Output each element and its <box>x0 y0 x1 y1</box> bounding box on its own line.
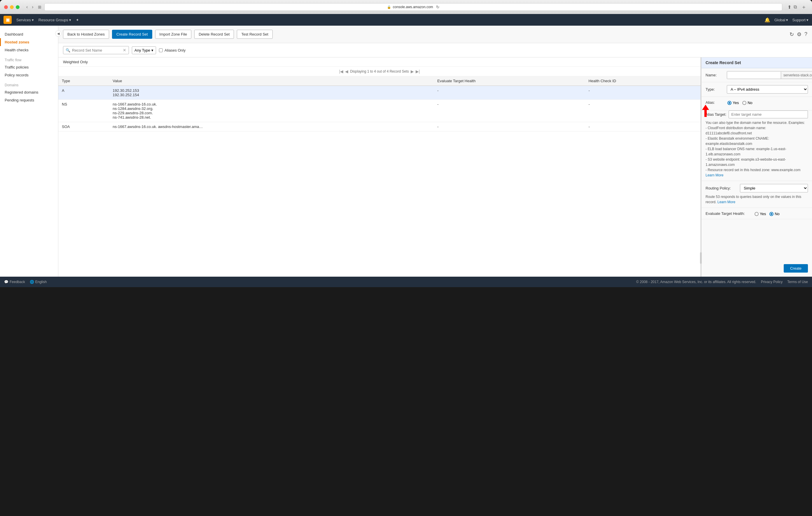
back-nav-button[interactable]: ‹ <box>25 4 29 10</box>
privacy-policy-link[interactable]: Privacy Policy <box>761 280 783 284</box>
language-label[interactable]: English <box>35 280 47 284</box>
search-box[interactable]: 🔍 ✕ <box>63 46 129 54</box>
alias-no-option[interactable]: No <box>742 100 753 105</box>
alias-target-input[interactable] <box>729 111 808 118</box>
address-bar: 🔒 console.aws.amazon.com ↻ <box>44 3 782 11</box>
eth-yes-radio[interactable] <box>755 212 759 216</box>
resize-button[interactable]: ⧉ <box>794 4 797 10</box>
copyright-text: © 2008 - 2017, Amazon Web Services, Inc.… <box>636 280 756 284</box>
name-input[interactable] <box>727 71 781 79</box>
create-button[interactable]: Create <box>784 264 808 273</box>
sidebar-item-health-checks[interactable]: Health checks <box>0 46 58 54</box>
maximize-button[interactable] <box>16 5 20 9</box>
create-record-set-button[interactable]: Create Record Set <box>112 30 152 39</box>
col-header-type: Type <box>58 77 109 86</box>
routing-policy-select[interactable]: Simple <box>740 184 808 192</box>
record-value-a: 192.30.252.153192.30.252.154 <box>109 86 434 100</box>
share-button[interactable]: ⬆ <box>787 4 791 10</box>
services-chevron-icon: ▾ <box>32 18 34 22</box>
browser-window: ‹ › ⊞ 🔒 console.aws.amazon.com ↻ ⬆ ⧉ ＋ ▣… <box>0 0 812 287</box>
name-field-wrapper: serverless-stack.com. <box>727 71 812 79</box>
resource-groups-nav-item[interactable]: Resource Groups ▾ <box>38 18 71 22</box>
content-area: Back to Hosted Zones Create Record Set I… <box>58 26 812 277</box>
sidebar-item-hosted-zones[interactable]: Hosted zones <box>0 38 58 46</box>
services-nav-item[interactable]: Services ▾ <box>16 18 34 22</box>
type-filter-chevron-icon: ▾ <box>151 48 153 53</box>
sidebar: Dashboard Hosted zones Health checks Tra… <box>0 26 58 277</box>
feedback-section: 💬 Feedback <box>4 280 25 284</box>
red-arrow-icon <box>701 103 710 118</box>
form-title: Create Record Set <box>701 57 812 68</box>
tab-toggle-button[interactable]: ⊞ <box>38 5 41 9</box>
record-type-a: A <box>58 86 109 100</box>
delete-record-set-button[interactable]: Delete Record Set <box>194 30 234 39</box>
resource-groups-chevron-icon: ▾ <box>69 18 71 22</box>
refresh-icon[interactable]: ↻ <box>789 31 794 38</box>
feedback-icon: 💬 <box>4 280 8 284</box>
table-row[interactable]: NS ns-1667.awsdns-16.co.uk.ns-1284.awsdn… <box>58 100 701 122</box>
help-icon[interactable]: ? <box>805 31 807 37</box>
alias-help-line-1: - CloudFront distribution domain name: d… <box>705 126 766 135</box>
sidebar-item-registered-domains[interactable]: Registered domains <box>0 88 58 96</box>
support-nav-item[interactable]: Support ▾ <box>792 18 809 22</box>
eth-no-option[interactable]: No <box>770 212 780 216</box>
type-select[interactable]: A – IPv4 address <box>727 85 808 94</box>
sidebar-item-dashboard[interactable]: Dashboard <box>0 30 58 38</box>
type-filter-select[interactable]: Any Type ▾ <box>132 47 156 54</box>
test-record-set-button[interactable]: Test Record Set <box>237 30 273 39</box>
aliases-only-label[interactable]: Aliases Only <box>159 48 185 53</box>
eth-yes-option[interactable]: Yes <box>755 212 766 216</box>
close-button[interactable] <box>4 5 8 9</box>
last-page-button[interactable]: ▶| <box>416 69 420 74</box>
settings-icon[interactable]: ⚙ <box>797 31 802 38</box>
bell-icon[interactable]: 🔔 <box>764 17 770 23</box>
global-nav-item[interactable]: Global ▾ <box>774 18 788 22</box>
record-evaluate-ns: - <box>434 100 585 122</box>
globe-icon: 🌐 <box>30 280 34 284</box>
back-to-hosted-zones-button[interactable]: Back to Hosted Zones <box>63 30 109 39</box>
sidebar-item-pending-requests[interactable]: Pending requests <box>0 96 58 104</box>
main-container: Dashboard Hosted zones Health checks Tra… <box>0 26 812 277</box>
feedback-label[interactable]: Feedback <box>10 280 25 284</box>
forward-nav-button[interactable]: › <box>30 4 35 10</box>
routing-learn-more-link[interactable]: Learn More <box>718 200 735 204</box>
global-chevron-icon: ▾ <box>786 18 788 22</box>
alias-yes-option[interactable]: Yes <box>727 100 739 105</box>
browser-titlebar: ‹ › ⊞ 🔒 console.aws.amazon.com ↻ ⬆ ⧉ ＋ <box>0 0 812 14</box>
sidebar-item-traffic-policies[interactable]: Traffic policies <box>0 63 58 71</box>
toolbar-right: ↻ ⚙ ? <box>789 31 807 38</box>
next-page-button[interactable]: ▶ <box>411 69 414 74</box>
lock-icon: 🔒 <box>387 5 391 9</box>
sidebar-collapse-button[interactable]: ◀ <box>55 30 62 37</box>
alias-target-label-wrapper: Alias Target: <box>705 112 726 117</box>
aliases-only-checkbox[interactable] <box>159 49 163 52</box>
language-section: 🌐 English <box>30 280 47 284</box>
form-spacer <box>701 219 812 260</box>
minimize-button[interactable] <box>10 5 14 9</box>
create-record-set-form: Create Record Set Name: serverless-stack… <box>701 57 812 277</box>
table-row[interactable]: SOA ns-1667.awsdns-16.co.uk. awsdns-host… <box>58 122 701 131</box>
import-zone-file-button[interactable]: Import Zone File <box>155 30 192 39</box>
alias-no-radio[interactable] <box>742 101 746 105</box>
records-header: Weighted Only <box>58 57 701 67</box>
pin-icon[interactable]: ✦ <box>76 18 79 22</box>
search-input[interactable] <box>72 48 121 53</box>
reload-button[interactable]: ↻ <box>436 5 439 9</box>
alias-learn-more-link[interactable]: Learn More <box>705 173 723 177</box>
clear-search-button[interactable]: ✕ <box>123 48 126 53</box>
record-health-a: - <box>585 86 701 100</box>
new-tab-button[interactable]: ＋ <box>800 3 808 11</box>
eth-no-radio[interactable] <box>770 212 774 216</box>
resize-handle[interactable] <box>700 252 701 264</box>
terms-of-use-link[interactable]: Terms of Use <box>787 280 808 284</box>
alias-yes-radio[interactable] <box>727 101 731 105</box>
sidebar-item-policy-records[interactable]: Policy records <box>0 71 58 79</box>
eth-radio-group: Yes No <box>755 211 780 216</box>
name-suffix: serverless-stack.com. <box>781 72 812 79</box>
nav-right-section: 🔔 Global ▾ Support ▾ <box>764 17 809 23</box>
prev-page-button[interactable]: ◀ <box>345 69 348 74</box>
record-evaluate-a: - <box>434 86 585 100</box>
alias-help-line-5: - Resource record set in this hosted zon… <box>705 168 800 172</box>
table-row[interactable]: A 192.30.252.153192.30.252.154 - - <box>58 86 701 100</box>
first-page-button[interactable]: |◀ <box>339 69 344 74</box>
